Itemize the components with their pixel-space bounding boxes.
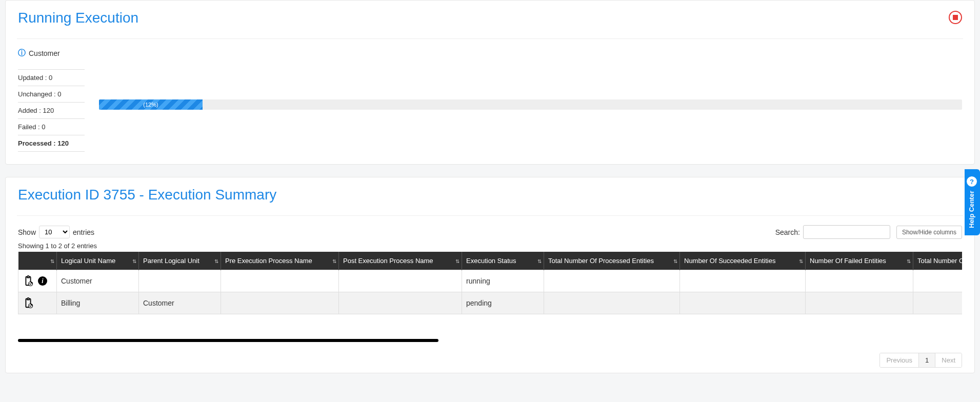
pager-page-1[interactable]: 1: [919, 353, 935, 367]
cell-parent: Customer: [139, 292, 221, 314]
sort-icon: ⇅: [455, 258, 458, 264]
execution-summary-title: Execution ID 3755 - Execution Summary: [18, 187, 962, 208]
actions-cell: i: [18, 270, 57, 292]
progress-track: (12%): [99, 99, 962, 110]
customer-label: Customer: [29, 49, 60, 57]
entries-select[interactable]: 10: [39, 226, 70, 238]
cell-total: [913, 270, 963, 292]
column-label: Execution Status: [466, 257, 516, 265]
cell-logical_unit: Customer: [57, 270, 139, 292]
show-hide-columns-button[interactable]: Show/Hide columns: [896, 226, 962, 239]
progress-wrap: (12%): [99, 48, 962, 110]
sort-icon: ⇅: [673, 258, 676, 264]
cell-total: [913, 292, 963, 314]
actions-cell: [18, 292, 57, 314]
sort-icon: ⇅: [537, 258, 541, 264]
sort-icon: ⇅: [50, 258, 53, 264]
stat-failed: Failed : 0: [18, 118, 85, 135]
pager-next[interactable]: Next: [935, 353, 962, 367]
column-header[interactable]: Total Number O⇅: [913, 252, 963, 270]
show-label-post: entries: [73, 228, 94, 236]
stat-updated: Updated : 0: [18, 69, 85, 86]
sort-icon: ⇅: [907, 258, 910, 264]
cell-processed: [544, 292, 680, 314]
cell-failed: [806, 270, 913, 292]
column-label: Pre Execution Process Name: [225, 257, 312, 265]
stat-added: Added : 120: [18, 102, 85, 118]
cell-parent: [139, 270, 221, 292]
stop-icon: [953, 15, 958, 20]
cell-post: [339, 270, 462, 292]
cell-status: pending: [462, 292, 544, 314]
column-label: Total Number Of Processed Entities: [548, 257, 654, 265]
search-input[interactable]: [803, 225, 890, 239]
column-header[interactable]: Execution Status⇅: [462, 252, 544, 270]
column-header[interactable]: Logical Unit Name⇅: [57, 252, 139, 270]
cell-pre: [221, 292, 339, 314]
sort-icon: ⇅: [332, 258, 335, 264]
table-scroll[interactable]: ⇅Logical Unit Name⇅Parent Logical Unit⇅P…: [18, 252, 962, 314]
cell-failed: [806, 292, 913, 314]
cell-status: running: [462, 270, 544, 292]
column-header[interactable]: Parent Logical Unit⇅: [139, 252, 221, 270]
customer-info-row: ⓘ Customer: [18, 48, 85, 58]
table-row: iCustomerrunning: [18, 270, 963, 292]
running-execution-card: Running Execution ⓘ Customer Updated : 0…: [5, 0, 975, 165]
divider: [17, 38, 963, 39]
stat-processed: Processed : 120: [18, 135, 85, 152]
table-header-row: ⇅Logical Unit Name⇅Parent Logical Unit⇅P…: [18, 252, 963, 270]
stop-button[interactable]: [949, 11, 962, 24]
execution-summary-card: Execution ID 3755 - Execution Summary Sh…: [5, 177, 975, 373]
cell-succeeded: [680, 292, 806, 314]
search-box: Search:: [775, 225, 890, 239]
summary-table: ⇅Logical Unit Name⇅Parent Logical Unit⇅P…: [18, 252, 962, 314]
search-label: Search:: [775, 228, 800, 236]
show-label-pre: Show: [18, 228, 36, 236]
divider: [17, 215, 963, 216]
help-center-tab[interactable]: Help Center ?: [965, 169, 980, 235]
right-controls: Search: Show/Hide columns: [775, 225, 962, 239]
sort-icon: ⇅: [799, 258, 802, 264]
pager-previous[interactable]: Previous: [880, 353, 919, 367]
column-header[interactable]: Pre Execution Process Name⇅: [221, 252, 339, 270]
clipboard-refresh-icon[interactable]: [23, 275, 34, 287]
table-row: BillingCustomerpending: [18, 292, 963, 314]
help-center-label: Help Center: [968, 191, 976, 228]
cell-post: [339, 292, 462, 314]
column-header[interactable]: Total Number Of Processed Entities⇅: [544, 252, 680, 270]
cell-pre: [221, 270, 339, 292]
column-label: Post Execution Process Name: [343, 257, 433, 265]
running-execution-title: Running Execution: [18, 10, 962, 31]
column-label: Logical Unit Name: [61, 257, 115, 265]
column-label: Number Of Failed Entities: [810, 257, 886, 265]
column-label: Parent Logical Unit: [143, 257, 199, 265]
progress-label: (12%): [143, 102, 158, 108]
column-header[interactable]: Number Of Succeeded Entities⇅: [680, 252, 806, 270]
column-header[interactable]: Number Of Failed Entities⇅: [806, 252, 913, 270]
row-info-icon[interactable]: i: [38, 276, 47, 286]
table-controls: Show 10 entries Search: Show/Hide column…: [18, 225, 962, 239]
horizontal-scrollbar[interactable]: [18, 339, 438, 342]
info-icon: ⓘ: [18, 48, 26, 58]
progress-fill: (12%): [99, 99, 203, 110]
cell-logical_unit: Billing: [57, 292, 139, 314]
cell-processed: [544, 270, 680, 292]
column-header[interactable]: ⇅: [18, 252, 57, 270]
sort-icon: ⇅: [214, 258, 217, 264]
stat-unchanged: Unchanged : 0: [18, 86, 85, 102]
clipboard-refresh-icon[interactable]: [23, 297, 34, 309]
column-header[interactable]: Post Execution Process Name⇅: [339, 252, 462, 270]
column-label: Total Number O: [917, 257, 962, 265]
pager: Previous 1 Next: [879, 353, 962, 368]
show-entries: Show 10 entries: [18, 226, 94, 238]
stats-column: ⓘ Customer Updated : 0 Unchanged : 0 Add…: [18, 48, 85, 152]
cell-succeeded: [680, 270, 806, 292]
help-icon: ?: [967, 176, 977, 187]
running-body: ⓘ Customer Updated : 0 Unchanged : 0 Add…: [18, 48, 962, 152]
sort-icon: ⇅: [132, 258, 135, 264]
showing-text: Showing 1 to 2 of 2 entries: [18, 242, 962, 250]
column-label: Number Of Succeeded Entities: [684, 257, 775, 265]
